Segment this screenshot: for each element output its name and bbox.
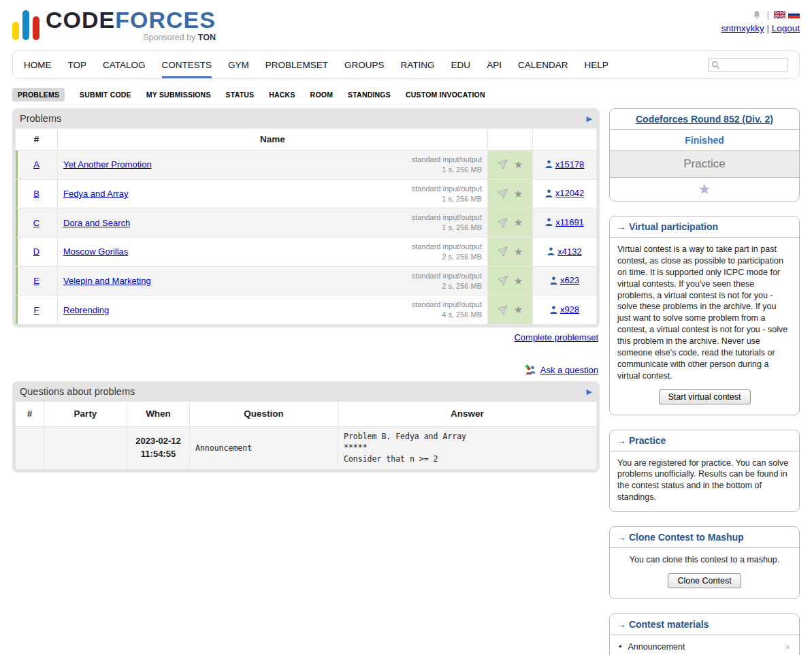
favorite-star-icon[interactable]: ★: [514, 304, 523, 316]
solved-count-link[interactable]: x928: [550, 304, 579, 315]
problem-name-link[interactable]: Fedya and Array: [63, 189, 128, 199]
clone-contest-button[interactable]: Clone Contest: [668, 573, 741, 588]
codeforces-logo[interactable]: CODEFORCES Sponsored by TON: [12, 8, 216, 42]
nav-item-top[interactable]: TOP: [68, 51, 87, 78]
practice-text: You are registered for practice. You can…: [617, 458, 788, 502]
contest-mode: Practice: [610, 151, 799, 178]
username-link[interactable]: sntmxykky: [721, 23, 764, 33]
close-icon[interactable]: ×: [785, 642, 790, 652]
virtual-participation-box: → Virtual participation Virtual contest …: [609, 216, 800, 415]
submit-plane-icon[interactable]: [498, 305, 508, 315]
problem-letter-link[interactable]: D: [33, 246, 39, 257]
solved-count-link[interactable]: x623: [550, 275, 579, 285]
virtual-participation-text: Virtual contest is a way to take part in…: [617, 244, 787, 381]
table-row: B Fedya and Array standard input/output1…: [16, 179, 597, 208]
nav-item-catalog[interactable]: CATALOG: [103, 51, 146, 78]
practice-title: Practice: [629, 435, 666, 446]
subnav-room[interactable]: ROOM: [310, 91, 333, 99]
ask-question-link[interactable]: Ask a question: [540, 365, 598, 375]
submit-plane-icon[interactable]: [498, 218, 508, 228]
nav-item-rating[interactable]: RATING: [401, 51, 435, 78]
table-row: C Dora and Search standard input/output1…: [16, 208, 597, 238]
problem-name-link[interactable]: Yet Another Promotion: [63, 159, 152, 170]
start-virtual-contest-button[interactable]: Start virtual contest: [659, 389, 751, 404]
person-icon: [545, 218, 553, 226]
problem-letter-link[interactable]: F: [34, 305, 39, 315]
nav-item-contests[interactable]: CONTESTS: [162, 51, 212, 78]
col-header-answer: Answer: [338, 402, 597, 427]
problem-name-link[interactable]: Rebrending: [63, 305, 109, 315]
problem-letter-link[interactable]: E: [33, 276, 39, 286]
problem-letter-link[interactable]: A: [33, 159, 39, 170]
person-icon: [545, 189, 553, 197]
problem-limits: standard input/output2 s, 256 MB: [412, 271, 482, 291]
col-header-party: Party: [44, 402, 127, 427]
nav-item-calendar[interactable]: CALENDAR: [518, 51, 568, 78]
flag-uk-icon[interactable]: [774, 11, 785, 18]
question-party-cell: [44, 426, 127, 469]
caption-arrow-icon[interactable]: ▶: [587, 387, 592, 396]
nav-item-help[interactable]: HELP: [584, 51, 608, 78]
subnav-custom-invocation[interactable]: CUSTOM INVOCATION: [406, 91, 485, 99]
favorite-star-icon[interactable]: ★: [514, 246, 523, 258]
contest-materials-title: Contest materials: [629, 619, 709, 630]
favorite-star-icon[interactable]: ★: [514, 275, 523, 287]
subnav-standings[interactable]: STANDINGS: [348, 91, 391, 99]
flag-ru-icon[interactable]: [788, 11, 800, 18]
nav-item-groups[interactable]: GROUPS: [344, 51, 385, 78]
submit-plane-icon[interactable]: [498, 189, 508, 199]
subnav-problems[interactable]: PROBLEMS: [12, 88, 65, 101]
sponsored-by: Sponsored by TON: [46, 33, 216, 42]
subnav-status[interactable]: STATUS: [226, 91, 255, 99]
contest-star-icon[interactable]: ★: [610, 178, 799, 201]
col-header-actions: [488, 129, 533, 150]
logout-link[interactable]: Logout: [772, 23, 800, 33]
question-answer-cell: Problem B. Fedya and Array ***** Conside…: [338, 426, 597, 469]
clone-contest-text: You can clone this contest to a mashup.: [630, 555, 780, 564]
col-header-when: When: [127, 402, 190, 427]
submit-plane-icon[interactable]: [498, 246, 508, 257]
problem-name-link[interactable]: Velepin and Marketing: [63, 276, 151, 286]
contest-subnav: PROBLEMS SUBMIT CODE MY SUBMISSIONS STAT…: [12, 88, 800, 101]
question-text-cell: Announcement: [190, 426, 338, 469]
problem-name-link[interactable]: Moscow Gorillas: [63, 246, 128, 257]
solved-count-link[interactable]: x4132: [547, 246, 581, 257]
questions-table: # Party When Question Answer 2023-02-12 …: [15, 401, 597, 470]
favorite-star-icon[interactable]: ★: [514, 188, 523, 200]
problem-limits: standard input/output2 s, 256 MB: [412, 242, 482, 262]
problems-table: # Name A Yet Another Promotion standard …: [15, 128, 597, 325]
submit-plane-icon[interactable]: [498, 159, 508, 170]
solved-count-link[interactable]: x11691: [545, 217, 584, 227]
subnav-submit-code[interactable]: SUBMIT CODE: [80, 91, 131, 99]
subnav-hacks[interactable]: HACKS: [269, 91, 295, 99]
caption-arrow-glyph: →: [617, 619, 626, 630]
problem-letter-link[interactable]: B: [33, 189, 39, 199]
problem-name-link[interactable]: Dora and Search: [63, 218, 130, 228]
solved-count-link[interactable]: x15178: [545, 159, 585, 170]
nav-item-edu[interactable]: EDU: [451, 51, 471, 78]
problem-limits: standard input/output1 s, 256 MB: [412, 155, 482, 175]
clone-contest-box: → Clone Contest to Mashup You can clone …: [609, 526, 800, 599]
caption-arrow-icon[interactable]: ▶: [587, 114, 592, 123]
material-announcement-link[interactable]: Announcement: [628, 642, 685, 652]
problem-letter-link[interactable]: C: [33, 218, 39, 228]
nav-item-problemset[interactable]: PROBLEMSET: [265, 51, 328, 78]
problem-limits: standard input/output4 s, 256 MB: [412, 300, 482, 320]
person-icon: [550, 306, 557, 314]
favorite-star-icon[interactable]: ★: [514, 159, 523, 171]
nav-item-api[interactable]: API: [487, 51, 502, 78]
contest-title-link[interactable]: Codeforces Round 852 (Div. 2): [636, 114, 773, 125]
favorite-star-icon[interactable]: ★: [514, 217, 523, 229]
bell-icon[interactable]: [752, 10, 762, 20]
person-icon: [545, 160, 553, 168]
solved-count-link[interactable]: x12042: [545, 188, 585, 198]
page-header: CODEFORCES Sponsored by TON | sntmxykky …: [0, 0, 812, 44]
nav-item-gym[interactable]: GYM: [228, 51, 249, 78]
logo-bars-icon: [12, 10, 39, 42]
complete-problemset-link[interactable]: Complete problemset: [514, 332, 598, 342]
caption-arrow-glyph: →: [617, 435, 626, 446]
col-header-question: Question: [190, 402, 338, 427]
nav-item-home[interactable]: HOME: [24, 51, 52, 78]
subnav-my-submissions[interactable]: MY SUBMISSIONS: [146, 91, 211, 99]
submit-plane-icon[interactable]: [498, 276, 508, 286]
